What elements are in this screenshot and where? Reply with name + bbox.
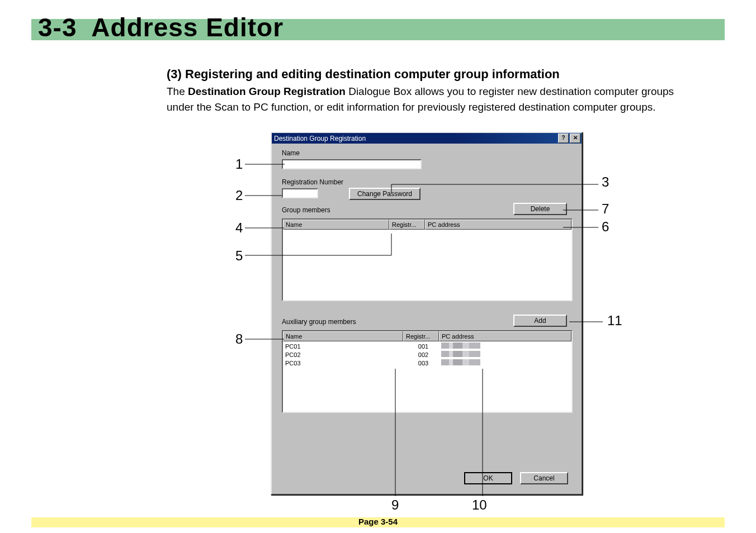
registration-input[interactable]: [282, 188, 318, 198]
col-pc[interactable]: PC address: [425, 220, 571, 230]
group-members-body: [283, 230, 571, 232]
name-label: Name: [282, 149, 300, 157]
delete-button[interactable]: Delete: [513, 203, 567, 215]
dialog-title: Destination Group Registration: [274, 135, 558, 142]
row-reg: 001: [405, 342, 441, 351]
list-item[interactable]: PC02 002: [285, 351, 569, 359]
callout-8: 8: [235, 331, 243, 347]
ok-button[interactable]: OK: [464, 472, 512, 484]
callout-4: 4: [235, 220, 243, 236]
col-pc-2[interactable]: PC address: [439, 331, 571, 341]
callout-6: 6: [602, 219, 609, 235]
col-name[interactable]: Name: [283, 220, 389, 230]
aux-members-list[interactable]: Name Registr... PC address PC01 001 PC02…: [282, 330, 573, 413]
callout-10: 10: [472, 497, 487, 513]
section-heading: 3-3 Address Editor: [38, 12, 284, 42]
callout-3: 3: [602, 174, 609, 190]
row-name: PC02: [285, 351, 405, 359]
col-name-2[interactable]: Name: [283, 331, 403, 341]
name-input[interactable]: [282, 159, 422, 169]
group-members-header: Name Registr... PC address: [283, 220, 571, 230]
row-reg: 003: [405, 359, 441, 368]
section-title: Address Editor: [91, 13, 284, 42]
row-pc: [441, 342, 480, 351]
destination-group-dialog: Destination Group Registration ? ✕ Name …: [271, 132, 583, 495]
change-password-button[interactable]: Change Password: [349, 188, 420, 200]
registration-label: Registration Number: [282, 178, 343, 186]
group-members-list[interactable]: Name Registr... PC address: [282, 218, 573, 301]
list-item[interactable]: PC01 001: [285, 342, 569, 351]
body-text: The Destination Group Registration Dialo…: [167, 84, 703, 115]
col-reg-2[interactable]: Registr...: [403, 331, 439, 341]
body-bold: Destination Group Registration: [188, 85, 346, 97]
close-icon[interactable]: ✕: [570, 134, 580, 143]
body-prefix: The: [167, 85, 188, 97]
aux-members-header: Name Registr... PC address: [283, 331, 571, 341]
section-number: 3-3: [38, 13, 77, 42]
col-reg[interactable]: Registr...: [389, 220, 425, 230]
callout-11: 11: [607, 313, 622, 329]
callout-5: 5: [235, 248, 243, 264]
aux-members-body: PC01 001 PC02 002 PC03 003: [283, 341, 571, 369]
callout-7: 7: [602, 201, 609, 217]
callout-2: 2: [235, 188, 243, 203]
help-icon[interactable]: ?: [558, 134, 569, 143]
titlebar[interactable]: Destination Group Registration ? ✕: [272, 133, 582, 144]
cancel-button[interactable]: Cancel: [520, 472, 568, 484]
row-name: PC01: [285, 342, 405, 351]
callout-1: 1: [235, 156, 243, 172]
add-button[interactable]: Add: [513, 315, 567, 327]
row-pc: [441, 359, 480, 368]
list-item[interactable]: PC03 003: [285, 359, 569, 368]
row-reg: 002: [405, 351, 441, 359]
page-number: Page 3-54: [0, 517, 756, 526]
callout-9: 9: [391, 497, 399, 513]
group-members-label: Group members: [282, 206, 330, 214]
row-name: PC03: [285, 359, 405, 368]
subsection-title: (3) Registering and editing destination …: [167, 67, 560, 82]
row-pc: [441, 351, 480, 359]
aux-members-label: Auxiliary group members: [282, 318, 356, 326]
